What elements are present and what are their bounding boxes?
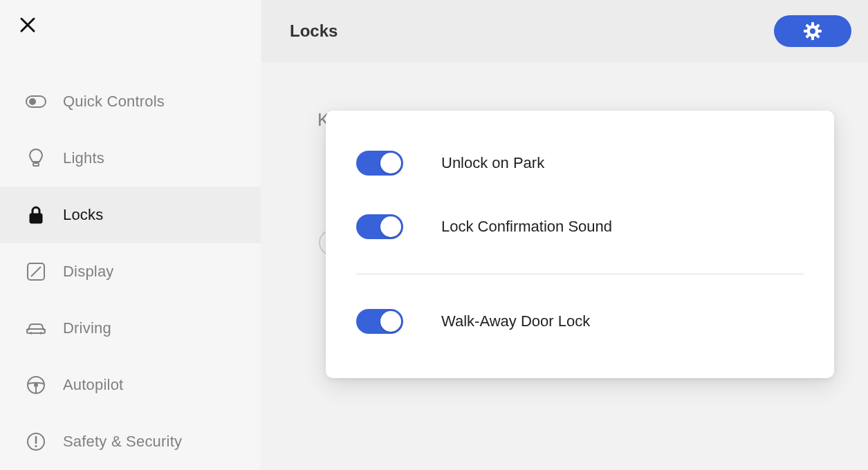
toggle-row-unlock-on-park: Unlock on Park: [356, 147, 804, 180]
sidebar-item-label: Safety & Security: [63, 433, 182, 451]
divider: [356, 274, 804, 274]
svg-point-16: [35, 445, 37, 447]
sidebar-item-lights[interactable]: Lights: [0, 130, 261, 187]
sidebar-item-driving[interactable]: Driving: [0, 300, 261, 357]
sidebar-item-safety-security[interactable]: Safety & Security: [0, 413, 261, 470]
car-icon: [26, 318, 46, 339]
toggle-row-lock-confirmation-sound: Lock Confirmation Sound: [356, 210, 804, 243]
svg-point-9: [30, 332, 32, 334]
sidebar-item-label: Lights: [63, 149, 104, 167]
toggle-label: Walk-Away Door Lock: [441, 312, 590, 330]
svg-rect-4: [33, 163, 39, 166]
sidebar-item-label: Driving: [63, 319, 111, 337]
alert-icon: [26, 431, 46, 452]
toggle-label: Lock Confirmation Sound: [441, 218, 612, 236]
sidebar-item-label: Display: [63, 263, 114, 281]
toggle-label: Unlock on Park: [441, 154, 544, 172]
topbar: Locks: [261, 0, 868, 62]
toggle-row-walk-away-door-lock: Walk-Away Door Lock: [356, 305, 804, 338]
display-icon: [26, 261, 46, 282]
sidebar-item-label: Locks: [63, 206, 103, 224]
svg-point-26: [810, 28, 815, 34]
sidebar-item-quick-controls[interactable]: Quick Controls: [0, 73, 261, 130]
sidebar-item-display[interactable]: Display: [0, 243, 261, 300]
lock-icon: [26, 205, 46, 225]
sidebar: Quick Controls Lights Locks: [0, 0, 261, 470]
toggle-lock-confirmation-sound[interactable]: [356, 214, 403, 239]
content-area: K Unlock on Park Lock Confirmation Sound: [261, 62, 868, 470]
toggle-knob: [380, 311, 401, 332]
nav-list: Quick Controls Lights Locks: [0, 73, 261, 470]
svg-line-7: [31, 267, 41, 276]
bulb-icon: [26, 148, 46, 169]
sidebar-item-label: Autopilot: [63, 376, 123, 394]
close-area: [0, 0, 261, 54]
sidebar-item-locks[interactable]: Locks: [0, 187, 261, 243]
main-panel: Locks K: [261, 0, 868, 470]
gear-icon: [803, 21, 822, 41]
sidebar-item-autopilot[interactable]: Autopilot: [0, 357, 261, 413]
svg-rect-20: [804, 30, 808, 32]
steering-icon: [26, 375, 46, 395]
svg-point-3: [29, 98, 36, 105]
svg-point-12: [34, 383, 38, 387]
svg-rect-8: [27, 329, 45, 333]
svg-point-10: [39, 332, 41, 334]
svg-rect-21: [818, 30, 822, 32]
settings-button[interactable]: [774, 15, 851, 47]
svg-rect-19: [811, 36, 814, 40]
toggle-walk-away-door-lock[interactable]: [356, 309, 403, 334]
svg-rect-18: [811, 22, 814, 26]
locks-settings-popover: Unlock on Park Lock Confirmation Sound W…: [326, 111, 834, 378]
toggle-knob: [380, 153, 401, 173]
sidebar-item-label: Quick Controls: [63, 93, 165, 111]
toggle-knob: [380, 216, 401, 237]
svg-rect-5: [30, 214, 42, 223]
quick-controls-icon: [26, 91, 46, 112]
close-button[interactable]: [19, 17, 36, 33]
page-title: Locks: [290, 21, 338, 41]
close-icon: [19, 17, 36, 33]
toggle-unlock-on-park[interactable]: [356, 151, 403, 176]
